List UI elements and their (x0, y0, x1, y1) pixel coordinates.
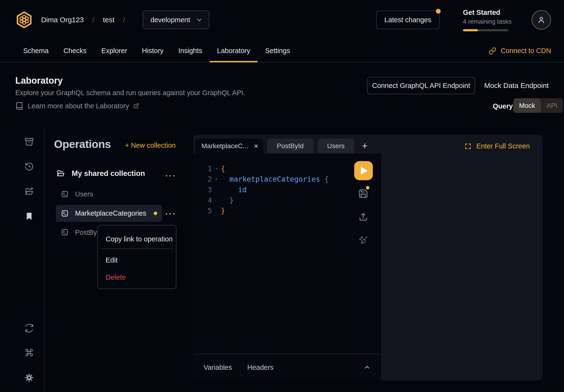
tab-history[interactable]: History (135, 40, 171, 62)
connect-to-cdn-label: Connect to CDN (501, 47, 551, 55)
mode-api-option[interactable]: API (541, 98, 563, 113)
variables-tab[interactable]: Variables (204, 364, 232, 371)
operation-context-menu: Copy link to operation Edit Delete (97, 225, 176, 289)
rail-divider (44, 127, 45, 392)
breadcrumb-separator: / (123, 16, 125, 24)
line-number: 5 (193, 207, 212, 215)
execute-query-button[interactable] (354, 161, 373, 180)
hive-logo-icon[interactable] (15, 11, 33, 29)
operation-row-marketplace-categories[interactable]: MarketplaceCategories (56, 205, 162, 222)
link-icon (489, 47, 496, 55)
tab-insights[interactable]: Insights (171, 40, 210, 62)
menu-divider (100, 248, 174, 249)
editor-tab-row: MarketplaceC... × PostById Users + (195, 139, 368, 154)
code-area[interactable]: 1 ▾ { 2 ▾ marketplaceCategories { 3 id 4… (193, 163, 381, 216)
operation-icon (61, 228, 69, 236)
operation-label: Users (75, 190, 93, 198)
connect-to-cdn-link[interactable]: Connect to CDN (489, 40, 551, 62)
connect-graphql-endpoint-label: Connect GraphQL API Endpoint (372, 82, 470, 90)
line-number: 4 (193, 196, 212, 204)
shortcuts-command-icon[interactable] (24, 348, 34, 357)
unsaved-changes-dot (154, 211, 157, 215)
bookmarks-icon[interactable] (24, 211, 34, 221)
tab-settings[interactable]: Settings (258, 40, 298, 62)
target-selector-dropdown[interactable]: development (143, 11, 209, 29)
new-collection-folder-icon[interactable] (24, 187, 34, 196)
enter-fullscreen-link[interactable]: Enter Full Screen (464, 142, 530, 150)
menu-item-edit[interactable]: Edit (106, 256, 118, 264)
fold-caret-icon[interactable]: ▾ (212, 166, 221, 171)
latest-changes-label: Latest changes (384, 16, 431, 24)
get-started-widget[interactable]: Get Started 4 remaining tasks (463, 9, 509, 31)
external-link-icon (133, 103, 139, 109)
operation-row-postbyid[interactable]: PostById (61, 227, 103, 238)
code-token: id (221, 185, 247, 194)
user-icon (537, 15, 546, 24)
connect-graphql-endpoint-button[interactable]: Connect GraphQL API Endpoint (367, 77, 475, 94)
breadcrumb-separator: / (92, 16, 94, 24)
operation-menu-dots[interactable]: ··· (165, 210, 176, 218)
save-operation-button[interactable] (358, 189, 368, 199)
collections-archive-icon[interactable] (24, 137, 34, 147)
latest-changes-button[interactable]: Latest changes (376, 11, 440, 29)
line-number: 2 (193, 175, 212, 183)
editor-tab-postbyid[interactable]: PostById (267, 139, 313, 154)
get-started-progress-bar (463, 29, 508, 31)
menu-item-copy-link[interactable]: Copy link to operation (106, 235, 173, 243)
tab-schema[interactable]: Schema (16, 40, 56, 62)
history-icon[interactable] (24, 162, 34, 171)
code-line: 5 } (193, 205, 381, 216)
user-avatar[interactable] (532, 10, 551, 30)
laboratory-panel: Enter Full Screen MarketplaceC... × Post… (193, 135, 543, 380)
collapse-chevron-icon[interactable] (363, 364, 371, 371)
editor-bottom-bar: Variables Headers (193, 354, 381, 380)
top-bar-right: Latest changes Get Started 4 remaining t… (376, 9, 551, 31)
tab-laboratory[interactable]: Laboratory (210, 40, 258, 62)
learn-more-link[interactable]: Learn more about the Laboratory (15, 102, 139, 110)
get-started-subtitle: 4 remaining tasks (463, 18, 509, 25)
collection-menu-dots[interactable]: ··· (165, 172, 176, 180)
new-collection-link[interactable]: + New collection (125, 141, 176, 149)
editor-tab-users[interactable]: Users (318, 139, 354, 154)
share-operation-button[interactable] (358, 212, 368, 222)
operation-row-users[interactable]: Users (61, 189, 93, 199)
prettify-broom-button[interactable] (358, 235, 369, 246)
mode-mock-option[interactable]: Mock (513, 98, 541, 113)
play-icon (361, 167, 368, 175)
code-line: 1 ▾ { (193, 163, 381, 174)
enter-fullscreen-label: Enter Full Screen (476, 142, 530, 150)
breadcrumb-org[interactable]: Dima Org123 (41, 16, 84, 24)
line-number: 1 (193, 165, 212, 173)
mock-data-endpoint-link[interactable]: Mock Data Endpoint (484, 82, 549, 90)
settings-gear-icon[interactable] (24, 373, 34, 382)
hive-laboratory-page: { "colors": { "background": "#04060d", "… (0, 0, 564, 392)
code-token: { (324, 175, 329, 183)
refetch-schema-icon[interactable] (24, 323, 34, 333)
operations-heading: Operations (54, 138, 111, 151)
code-line: 3 id (193, 184, 381, 195)
collection-folder-row[interactable]: My shared collection (56, 169, 145, 178)
editor-tab-marketplace[interactable]: MarketplaceC... × (195, 139, 263, 154)
tab-checks[interactable]: Checks (56, 40, 94, 62)
query-mode-toggle: Mock API (513, 98, 563, 113)
code-line: 2 ▾ marketplaceCategories { (193, 174, 381, 184)
breadcrumb-project[interactable]: test (103, 16, 114, 24)
page-description: Explore your GraphQL schema and run quer… (15, 89, 245, 97)
headers-tab[interactable]: Headers (247, 364, 274, 371)
fold-caret-icon[interactable]: ▾ (212, 176, 221, 182)
new-tab-button[interactable]: + (362, 141, 368, 151)
close-tab-icon[interactable]: × (254, 142, 258, 150)
folder-open-icon (56, 169, 65, 178)
line-number: 3 (193, 185, 212, 194)
menu-item-delete[interactable]: Delete (106, 273, 126, 281)
code-line: 4 } (193, 195, 381, 205)
code-token: } (221, 196, 234, 204)
get-started-progress-fill (463, 29, 478, 31)
collection-name: My shared collection (72, 169, 145, 178)
editor-tab-label: Users (327, 142, 345, 150)
editor-tab-label: PostById (277, 142, 304, 150)
code-token: } (221, 207, 225, 215)
query-editor[interactable]: 1 ▾ { 2 ▾ marketplaceCategories { 3 id 4… (193, 154, 381, 380)
get-started-title: Get Started (463, 9, 509, 16)
tab-explorer[interactable]: Explorer (94, 40, 135, 62)
